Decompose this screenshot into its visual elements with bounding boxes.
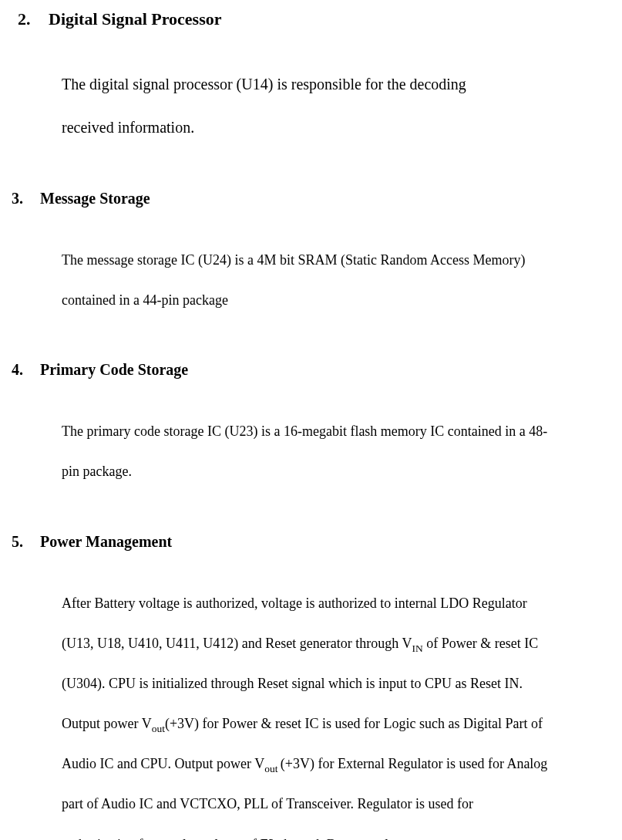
heading-3: 3. Message Storage — [12, 187, 610, 209]
text: received information. — [62, 119, 194, 136]
heading-number: 5. — [12, 531, 40, 552]
text: (+3V) for External Regulator is used for… — [281, 756, 548, 771]
section-5: 5. Power Management After Battery voltag… — [12, 531, 610, 840]
heading-5: 5. Power Management — [12, 531, 610, 552]
heading-title: Primary Code Storage — [40, 359, 188, 380]
subscript: IN — [412, 642, 422, 653]
body-2: The digital signal processor (U14) is re… — [62, 62, 610, 149]
body-4: The primary code storage IC (U23) is a 1… — [62, 411, 610, 491]
text: 16-megabit flash memory IC contained in … — [284, 423, 547, 439]
heading-number: 3. — [12, 187, 40, 209]
text: Output power V — [62, 716, 152, 731]
text: (U13, U18, U410, U411, U412) and Reset g… — [62, 636, 412, 651]
subscript: out — [264, 763, 281, 774]
heading-title: Power Management — [40, 531, 172, 552]
heading-title: Digital Signal Processor — [49, 8, 221, 32]
section-3: 3. Message Storage The message storage I… — [12, 187, 610, 320]
text: authorization for regular voltage of EL … — [62, 837, 415, 840]
text: Audio IC and CPU. Output power V — [62, 756, 264, 771]
text: The primary code storage IC (U23) is a — [62, 423, 280, 439]
subscript: out — [152, 723, 165, 734]
text: pin package. — [62, 464, 132, 479]
heading-title: Message Storage — [40, 187, 150, 209]
section-4: 4. Primary Code Storage The primary code… — [12, 359, 610, 491]
heading-number: 2. — [18, 8, 49, 32]
heading-4: 4. Primary Code Storage — [12, 359, 610, 380]
text: part of Audio IC and VCTCXO, PLL of Tran… — [62, 796, 473, 811]
heading-2: 2. Digital Signal Processor — [18, 8, 610, 32]
section-2: 2. Digital Signal Processor The digital … — [12, 8, 610, 149]
text: of Power & reset IC — [423, 636, 538, 651]
body-3: The message storage IC (U24) is a 4M bit… — [62, 240, 610, 320]
text: After Battery voltage is authorized, vol… — [62, 595, 527, 611]
text: The message storage IC (U24) is a 4M bit… — [62, 252, 525, 268]
body-5: After Battery voltage is authorized, vol… — [62, 583, 610, 840]
heading-number: 4. — [12, 359, 40, 380]
text: The digital signal processor (U14) is re… — [62, 76, 466, 93]
text: (+3V) for Power & reset IC is used for L… — [165, 716, 543, 731]
text: contained in a 44-pin package — [62, 292, 228, 308]
text: (U304). CPU is initialized through Reset… — [62, 676, 523, 691]
